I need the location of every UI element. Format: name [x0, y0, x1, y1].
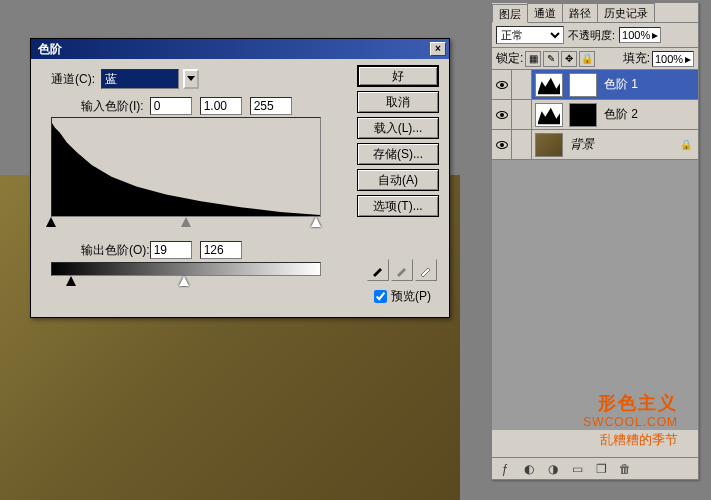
white-point-handle[interactable] — [311, 217, 321, 227]
output-black-field[interactable] — [150, 241, 192, 259]
layer-name: 色阶 2 — [604, 106, 638, 123]
fill-field[interactable]: ▸ — [652, 51, 694, 67]
eyedropper-gray-icon[interactable] — [391, 259, 413, 281]
dialog-title: 色阶 — [34, 41, 430, 58]
histogram — [51, 117, 321, 217]
adjustment-icon[interactable]: ◑ — [544, 461, 562, 477]
layer-row[interactable]: 背景 🔒 — [492, 130, 698, 160]
blend-mode-select[interactable]: 正常 — [496, 26, 564, 44]
save-button[interactable]: 存储(S)... — [357, 143, 439, 165]
fill-label: 填充: — [623, 50, 650, 67]
fx-icon[interactable]: ƒ — [496, 461, 514, 477]
eye-icon — [496, 141, 508, 149]
output-white-field[interactable] — [200, 241, 242, 259]
tab-channels[interactable]: 通道 — [527, 3, 563, 22]
input-black-field[interactable] — [150, 97, 192, 115]
options-button[interactable]: 选项(T)... — [357, 195, 439, 217]
mask-icon[interactable]: ◐ — [520, 461, 538, 477]
output-gradient — [51, 262, 321, 276]
layer-name: 背景 — [570, 136, 594, 153]
tab-paths[interactable]: 路径 — [562, 3, 598, 22]
eyedropper-black-icon[interactable] — [367, 259, 389, 281]
lock-transparency-icon[interactable]: ▦ — [525, 51, 541, 67]
output-black-handle[interactable] — [66, 276, 76, 286]
link-col[interactable] — [512, 130, 532, 159]
eye-icon — [496, 111, 508, 119]
lock-all-icon[interactable]: 🔒 — [579, 51, 595, 67]
visibility-toggle[interactable] — [492, 70, 512, 99]
adjustment-thumb — [535, 73, 563, 97]
layer-list: 色阶 1 色阶 2 背景 🔒 — [492, 70, 698, 430]
tab-layers[interactable]: 图层 — [492, 4, 528, 23]
chevron-down-icon[interactable] — [183, 69, 199, 89]
layer-row[interactable]: 色阶 2 — [492, 100, 698, 130]
black-point-handle[interactable] — [46, 217, 56, 227]
lock-paint-icon[interactable]: ✎ — [543, 51, 559, 67]
output-white-handle[interactable] — [179, 276, 189, 286]
input-levels-label: 输入色阶(I): — [81, 98, 144, 115]
bicycle-illustration — [50, 495, 430, 500]
layers-panel: 图层 通道 路径 历史记录 正常 不透明度: ▸ 锁定: ▦ ✎ ✥ 🔒 填充:… — [491, 2, 699, 480]
new-layer-icon[interactable]: ❐ — [592, 461, 610, 477]
layer-thumb — [535, 133, 563, 157]
folder-icon[interactable]: ▭ — [568, 461, 586, 477]
levels-dialog: 色阶 × 通道(C): 蓝 输入色阶(I): 输出色阶(O) — [30, 38, 450, 318]
input-gamma-field[interactable] — [200, 97, 242, 115]
output-levels-label: 输出色阶(O): — [81, 242, 150, 259]
layer-row[interactable]: 色阶 1 — [492, 70, 698, 100]
adjustment-thumb — [535, 103, 563, 127]
channel-select[interactable]: 蓝 — [101, 69, 179, 89]
trash-icon[interactable]: 🗑 — [616, 461, 634, 477]
auto-button[interactable]: 自动(A) — [357, 169, 439, 191]
watermark-url: SWCOOL.COM — [583, 415, 678, 429]
load-button[interactable]: 载入(L)... — [357, 117, 439, 139]
cancel-button[interactable]: 取消 — [357, 91, 439, 113]
link-col[interactable] — [512, 70, 532, 99]
visibility-toggle[interactable] — [492, 100, 512, 129]
opacity-label: 不透明度: — [568, 28, 615, 43]
visibility-toggle[interactable] — [492, 130, 512, 159]
mask-thumb[interactable] — [569, 103, 597, 127]
watermark-tagline: 乱糟糟的季节 — [583, 431, 678, 449]
lock-position-icon[interactable]: ✥ — [561, 51, 577, 67]
ok-button[interactable]: 好 — [357, 65, 439, 87]
gamma-handle[interactable] — [181, 217, 191, 227]
lock-icon: 🔒 — [680, 139, 692, 150]
layer-name: 色阶 1 — [604, 76, 638, 93]
input-white-field[interactable] — [250, 97, 292, 115]
mask-thumb[interactable] — [569, 73, 597, 97]
opacity-field[interactable]: ▸ — [619, 27, 661, 43]
tab-history[interactable]: 历史记录 — [597, 3, 655, 22]
preview-checkbox[interactable] — [374, 290, 387, 303]
lock-label: 锁定: — [496, 50, 523, 67]
preview-label: 预览(P) — [391, 288, 431, 305]
watermark-brand: 形色主义 — [583, 391, 678, 415]
eye-icon — [496, 81, 508, 89]
svg-marker-0 — [187, 76, 195, 81]
watermark: 形色主义 SWCOOL.COM 乱糟糟的季节 — [583, 391, 678, 449]
input-slider[interactable] — [51, 217, 321, 229]
eyedropper-white-icon[interactable] — [415, 259, 437, 281]
close-icon[interactable]: × — [430, 42, 446, 56]
link-col[interactable] — [512, 100, 532, 129]
channel-label: 通道(C): — [51, 71, 95, 88]
output-slider[interactable] — [51, 276, 321, 288]
dialog-titlebar[interactable]: 色阶 × — [31, 39, 449, 59]
